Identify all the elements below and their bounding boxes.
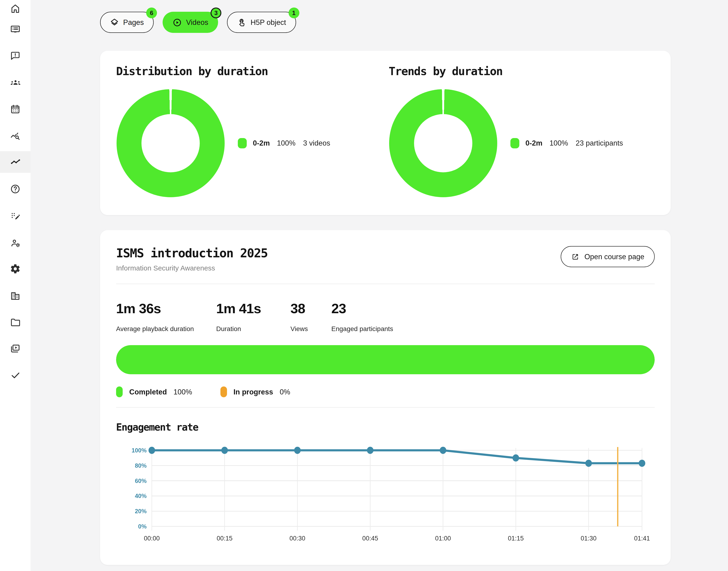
svg-text:01:41: 01:41 <box>634 535 650 542</box>
completion-progress-fill <box>116 345 655 374</box>
trends-title: Trends by duration <box>389 65 655 78</box>
sidebar-item-survey-edit[interactable] <box>0 205 30 227</box>
open-course-page-label: Open course page <box>584 252 644 261</box>
stat-engaged-participants: 23 Engaged participants <box>331 301 393 332</box>
legend-label: 0-2m <box>253 139 270 147</box>
trends-legend: 0-2m 100% 23 participants <box>511 138 623 148</box>
video-library-icon <box>10 343 21 354</box>
distribution-legend: 0-2m 100% 3 videos <box>238 138 330 148</box>
in-progress-swatch <box>220 386 227 397</box>
sidebar-item-video-library[interactable] <box>0 338 30 359</box>
tab-pages-label: Pages <box>123 18 144 26</box>
course-title: ISMS introduction 2025 <box>116 246 268 260</box>
groups-icon <box>10 77 21 88</box>
distribution-panel: Distribution by duration 0-2m 100% 3 vid… <box>116 65 385 201</box>
home-icon <box>10 3 21 14</box>
progress-legend: Completed 100% In progress 0% <box>116 386 655 397</box>
course-stats: 1m 36s Average playback duration 1m 41s … <box>116 301 655 332</box>
stat-value: 38 <box>290 301 331 317</box>
trends-donut-chart[interactable] <box>389 89 497 197</box>
in-progress-value: 0% <box>280 388 290 396</box>
divider <box>116 407 655 408</box>
legend-percent: 100% <box>277 139 295 147</box>
svg-text:00:30: 00:30 <box>289 535 305 542</box>
sidebar-item-stats-search[interactable] <box>0 125 30 147</box>
stat-label: Average playback duration <box>116 325 216 332</box>
sidebar-item-done[interactable] <box>0 364 30 386</box>
tab-videos-badge: 3 <box>210 7 221 18</box>
tab-pages[interactable]: Pages 6 <box>100 12 154 33</box>
svg-text:01:30: 01:30 <box>581 535 597 542</box>
sidebar-item-message-alert[interactable] <box>0 44 30 66</box>
svg-text:00:15: 00:15 <box>217 535 233 542</box>
stat-duration: 1m 41s Duration <box>216 301 290 332</box>
stat-average-playback: 1m 36s Average playback duration <box>116 301 216 332</box>
help-icon <box>10 183 21 194</box>
duration-charts-card: Distribution by duration 0-2m 100% 3 vid… <box>100 51 671 215</box>
external-link-icon <box>571 252 580 261</box>
user-settings-icon <box>10 237 21 248</box>
legend-completed: Completed 100% <box>116 386 192 397</box>
sidebar-item-screen-list[interactable] <box>0 18 30 40</box>
divider <box>116 283 655 284</box>
content-type-tabs: Pages 6 Videos 3 H5P object 1 <box>100 12 296 33</box>
stat-views: 38 Views <box>290 301 331 332</box>
svg-text:80%: 80% <box>135 462 147 469</box>
legend-percent: 100% <box>549 139 568 147</box>
completed-label: Completed <box>129 388 167 396</box>
calendar-icon <box>10 104 21 114</box>
svg-text:0%: 0% <box>138 523 147 530</box>
engagement-rate-title: Engagement rate <box>116 422 655 433</box>
screen-list-icon <box>10 24 21 34</box>
legend-in-progress: In progress 0% <box>220 386 290 397</box>
tab-h5p-badge: 1 <box>288 7 299 18</box>
sidebar-item-help[interactable] <box>0 178 30 200</box>
svg-text:40%: 40% <box>135 492 147 499</box>
sidebar-item-trending[interactable] <box>0 151 30 173</box>
completed-swatch <box>116 386 123 397</box>
svg-text:100%: 100% <box>131 447 147 454</box>
sidebar-item-folder[interactable] <box>0 311 30 333</box>
legend-detail: 3 videos <box>303 139 330 147</box>
legend-detail: 23 participants <box>576 139 623 147</box>
distribution-donut-chart[interactable] <box>116 89 224 197</box>
stats-search-icon <box>10 131 21 141</box>
sidebar-item-user-settings[interactable] <box>0 232 30 253</box>
engagement-rate-chart[interactable]: 0%20%40%60%80%100%00:0000:1500:3000:4501… <box>116 446 655 545</box>
layers-icon <box>110 18 119 27</box>
completed-value: 100% <box>173 388 192 396</box>
stat-value: 1m 41s <box>216 301 290 317</box>
stat-label: Views <box>290 325 331 332</box>
sidebar-item-settings[interactable] <box>0 258 30 279</box>
tab-h5p-object[interactable]: H5P object 1 <box>227 12 296 33</box>
svg-text:20%: 20% <box>135 508 147 515</box>
stat-label: Duration <box>216 325 290 332</box>
open-course-page-button[interactable]: Open course page <box>561 246 655 267</box>
completion-progress-bar <box>116 345 655 374</box>
svg-text:60%: 60% <box>135 477 147 484</box>
settings-gear-icon <box>10 263 21 274</box>
sidebar-item-calendar[interactable] <box>0 98 30 120</box>
svg-text:00:00: 00:00 <box>144 535 160 542</box>
folder-icon <box>10 317 21 328</box>
course-card: ISMS introduction 2025 Information Secur… <box>100 230 671 565</box>
tab-videos[interactable]: Videos 3 <box>163 12 218 33</box>
stat-value: 1m 36s <box>116 301 216 317</box>
stat-value: 23 <box>331 301 393 317</box>
check-icon <box>10 369 21 381</box>
message-alert-icon <box>10 50 21 61</box>
sidebar-item-home[interactable] <box>0 0 30 19</box>
sidebar-item-organization[interactable] <box>0 284 30 306</box>
tab-videos-label: Videos <box>186 18 208 26</box>
legend-swatch-0-2m <box>511 138 519 148</box>
tab-pages-badge: 6 <box>146 7 157 18</box>
play-circle-icon <box>173 18 182 27</box>
stat-label: Engaged participants <box>331 325 393 332</box>
in-progress-label: In progress <box>234 388 273 396</box>
svg-text:00:45: 00:45 <box>362 535 378 542</box>
svg-text:01:15: 01:15 <box>508 535 524 542</box>
touch-app-icon <box>237 18 246 27</box>
sidebar-item-groups[interactable] <box>0 72 30 94</box>
legend-swatch-0-2m <box>238 138 247 148</box>
legend-label: 0-2m <box>526 139 542 147</box>
